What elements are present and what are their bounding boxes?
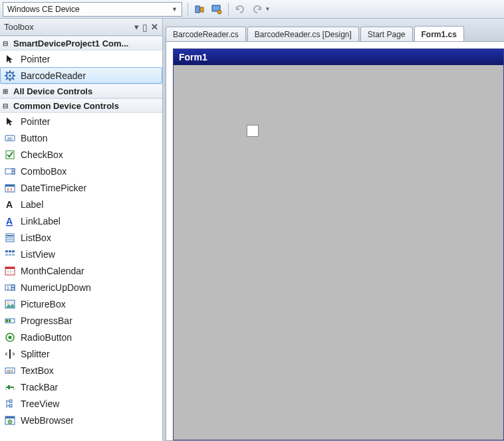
plus-icon: ⊞ [3,88,11,95]
toolbox-item-label: Pointer [21,116,50,127]
toolbox-item-linklabel[interactable]: ALinkLabel [0,213,162,229]
svg-rect-60 [9,400,12,402]
toolbox-item-button[interactable]: abButton [0,130,162,146]
toolbox-item-pointer1[interactable]: Pointer [0,50,162,67]
svg-rect-31 [12,250,15,252]
toolbox-menu-icon[interactable]: ▾ [134,22,139,32]
toolbox-item-label: Label [21,199,43,210]
toolbox-item-label: TextBox [21,365,54,376]
form-title-text: Form1 [179,52,207,62]
toolbox-item-datetimepicker[interactable]: DateTimePicker [0,179,162,196]
device-options-button[interactable] [209,2,225,17]
designer-area: BarcodeReader.csBarcodeReader.cs [Design… [163,19,504,441]
connect-device-button[interactable] [191,2,207,17]
svg-point-50 [9,335,12,339]
tab-label: Form1.cs [422,30,457,39]
toolbox-group-smartdevice[interactable]: ⊟SmartDeviceProject1 Com... [0,36,162,50]
toolbox-item-numericupdown[interactable]: 1NumericUpDown [0,279,162,296]
document-tab[interactable]: Start Page [360,27,413,41]
document-tab[interactable]: Form1.cs [414,26,464,42]
toolbox-item-webbrowser[interactable]: WebBrowser [0,412,162,428]
tab-label: BarcodeReader.cs [173,30,239,39]
svg-rect-29 [5,250,8,252]
listbox-icon [5,232,15,243]
toolbox-item-label: BarcodeReader [21,70,86,81]
svg-rect-43 [11,288,15,290]
textbox-icon: abl [5,365,15,376]
svg-line-12 [13,72,14,73]
toolbox-title: Toolbox [4,22,34,32]
toolbox-item-label: RadioButton [21,332,72,343]
toolbox-item-label: LinkLabel [21,216,61,226]
close-icon[interactable]: ✕ [151,22,158,32]
svg-rect-62 [9,404,12,407]
toolbox-item-monthcalendar[interactable]: MonthCalendar [0,262,162,279]
svg-text:abl: abl [7,369,13,373]
toolbox-item-label: WebBrowser [21,415,74,426]
toolbox-item-label: TrackBar [21,382,58,393]
design-surface[interactable]: Form1 [166,41,504,441]
svg-rect-30 [9,250,11,252]
toolbox-group-label: SmartDeviceProject1 Com... [13,39,128,48]
placed-control[interactable] [247,125,259,137]
toolbox-item-label: ComboBox [21,166,66,177]
svg-rect-64 [5,416,15,418]
toolbox-item-picturebox[interactable]: PictureBox [0,296,162,312]
svg-text:1: 1 [7,286,9,290]
toolbox-item-label: TreeView [21,398,59,409]
rotate-left-button[interactable] [232,2,248,17]
svg-line-10 [6,72,7,73]
chevron-down-icon: ▼ [172,6,178,13]
toolbox-item-barcodereader[interactable]: BarcodeReader [0,67,162,84]
document-tab[interactable]: BarcodeReader.cs [166,27,246,41]
toolbox-item-combobox[interactable]: ComboBox [0,163,162,179]
toolbar-dropdown-icon[interactable]: ▼ [265,6,271,12]
toolbox-item-treeview[interactable]: TreeView [0,395,162,412]
toolbox-item-label: Button [21,133,47,143]
svg-rect-33 [9,254,11,256]
svg-point-3 [217,10,221,14]
svg-text:A: A [6,216,13,226]
toolbox-item-radiobutton[interactable]: RadioButton [0,329,162,345]
toolbox-body: ⊟SmartDeviceProject1 Com...PointerBarcod… [0,36,162,441]
toolbox-item-trackbar[interactable]: TrackBar [0,379,162,395]
svg-rect-26 [7,235,13,236]
svg-rect-20 [5,185,15,187]
toolbox-item-splitter[interactable]: Splitter [0,345,162,362]
form-canvas[interactable] [174,65,503,440]
form-window[interactable]: Form1 [173,48,504,440]
toolbox-item-label[interactable]: ALabel [0,196,162,213]
numeric-icon: 1 [5,282,15,293]
toolbox-item-checkbox[interactable]: CheckBox [0,146,162,163]
toolbox-item-progressbar[interactable]: ProgressBar [0,312,162,329]
rotate-right-button[interactable] [249,2,265,17]
toolbox-item-label: MonthCalendar [21,266,84,276]
top-toolbar: Windows CE Device ▼ ▼ [0,0,504,19]
svg-rect-32 [5,254,8,256]
minus-icon: ⊟ [3,102,11,110]
toolbox-item-label: NumericUpDown [21,282,91,293]
toolbox-item-pointer2[interactable]: Pointer [0,113,162,130]
datetime-icon [5,183,15,193]
progress-icon [5,315,15,326]
toolbox-group-alldevice[interactable]: ⊞All Device Controls [0,84,162,98]
svg-rect-47 [6,319,8,322]
listview-icon [5,249,15,260]
toolbox-group-commondevice[interactable]: ⊟Common Device Controls [0,98,162,113]
document-tab[interactable]: BarcodeReader.cs [Design] [247,27,359,41]
svg-line-11 [13,78,14,80]
toolbox-item-textbox[interactable]: ablTextBox [0,362,162,379]
toolbox-item-listbox[interactable]: ListBox [0,229,162,246]
tab-label: BarcodeReader.cs [Design] [255,30,352,39]
trackbar-icon [5,382,15,393]
svg-rect-34 [12,254,15,256]
document-tabs: BarcodeReader.csBarcodeReader.cs [Design… [163,19,504,41]
toolbox-item-listview[interactable]: ListView [0,246,162,262]
toolbox-item-label: ListBox [21,232,51,243]
tab-label: Start Page [368,30,406,39]
toolbar-separator [228,3,229,16]
pin-icon[interactable]: ▯ [142,22,148,33]
toolbox-item-label: Splitter [21,349,50,359]
form-title-bar: Form1 [174,49,503,65]
device-combo[interactable]: Windows CE Device ▼ [3,2,182,17]
